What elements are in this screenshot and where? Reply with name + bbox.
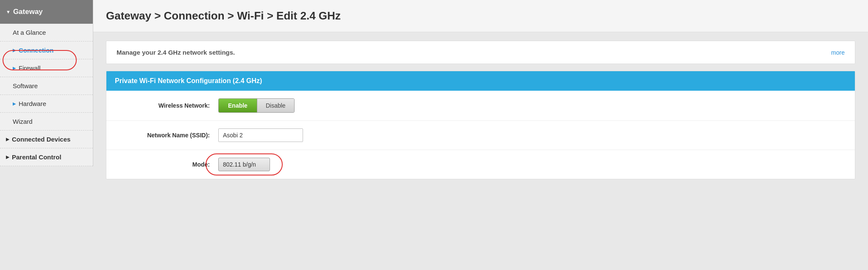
- sidebar-item-software[interactable]: Software: [0, 77, 93, 95]
- sidebar-item-at-a-glance[interactable]: At a Glance: [0, 24, 93, 42]
- sidebar-item-label: Firewall: [19, 64, 41, 72]
- main-content: Gateway > Connection > Wi-Fi > Edit 2.4 …: [93, 0, 868, 270]
- config-section: Private Wi-Fi Network Configuration (2.4…: [106, 71, 855, 179]
- gateway-chevron-icon: ▼: [6, 9, 11, 14]
- ssid-controls: [218, 128, 303, 142]
- wireless-network-label: Wireless Network:: [117, 102, 210, 109]
- disable-button[interactable]: Disable: [257, 99, 294, 112]
- sidebar-item-label: Connection: [19, 47, 54, 54]
- mode-label: Mode:: [117, 161, 210, 168]
- sidebar-item-wizard[interactable]: Wizard: [0, 113, 93, 131]
- parental-control-chevron-icon: ▶: [6, 155, 9, 159]
- sidebar-item-label: Parental Control: [12, 153, 61, 161]
- connected-devices-chevron-icon: ▶: [6, 137, 9, 142]
- sidebar-item-label: Connected Devices: [12, 136, 70, 143]
- page-title-bar: Gateway > Connection > Wi-Fi > Edit 2.4 …: [93, 0, 868, 32]
- ssid-input[interactable]: [218, 128, 303, 142]
- sidebar: ▼ Gateway At a Glance ▶ Connection ▶ Fir…: [0, 0, 93, 166]
- wireless-network-row: Wireless Network: Enable Disable: [106, 91, 855, 121]
- sidebar-gateway-header[interactable]: ▼ Gateway: [0, 0, 93, 24]
- wireless-toggle-group: Enable Disable: [218, 98, 295, 113]
- mode-select[interactable]: 802.11 b/g/n 802.11 b/g 802.11 n: [218, 158, 270, 171]
- sidebar-item-label: Wizard: [13, 118, 33, 125]
- wireless-network-controls: Enable Disable: [218, 98, 295, 113]
- sidebar-item-firewall[interactable]: ▶ Firewall: [0, 59, 93, 77]
- hardware-chevron-icon: ▶: [13, 101, 16, 106]
- sidebar-item-hardware[interactable]: ▶ Hardware: [0, 95, 93, 113]
- enable-button[interactable]: Enable: [219, 99, 257, 112]
- sidebar-gateway-label: Gateway: [13, 8, 43, 16]
- content-area: Manage your 2.4 GHz network settings. mo…: [93, 32, 868, 270]
- sidebar-item-label: Hardware: [19, 100, 46, 107]
- ssid-row: Network Name (SSID):: [106, 121, 855, 150]
- info-bar: Manage your 2.4 GHz network settings. mo…: [106, 41, 855, 64]
- connection-chevron-icon: ▶: [13, 48, 16, 53]
- sidebar-item-connected-devices[interactable]: ▶ Connected Devices: [0, 131, 93, 148]
- info-text: Manage your 2.4 GHz network settings.: [117, 49, 235, 56]
- sidebar-item-label: At a Glance: [13, 29, 46, 36]
- mode-controls: 802.11 b/g/n 802.11 b/g 802.11 n: [218, 158, 270, 171]
- sidebar-item-parental-control[interactable]: ▶ Parental Control: [0, 148, 93, 166]
- ssid-label: Network Name (SSID):: [117, 132, 210, 139]
- firewall-chevron-icon: ▶: [13, 66, 16, 70]
- sidebar-item-label: Software: [13, 82, 38, 89]
- config-section-header: Private Wi-Fi Network Configuration (2.4…: [106, 71, 855, 91]
- sidebar-item-connection[interactable]: ▶ Connection: [0, 42, 93, 59]
- more-link[interactable]: more: [831, 49, 845, 56]
- mode-row: Mode: 802.11 b/g/n 802.11 b/g 802.11 n: [106, 150, 855, 179]
- mode-select-wrapper: 802.11 b/g/n 802.11 b/g 802.11 n: [218, 158, 270, 171]
- page-title: Gateway > Connection > Wi-Fi > Edit 2.4 …: [106, 9, 855, 22]
